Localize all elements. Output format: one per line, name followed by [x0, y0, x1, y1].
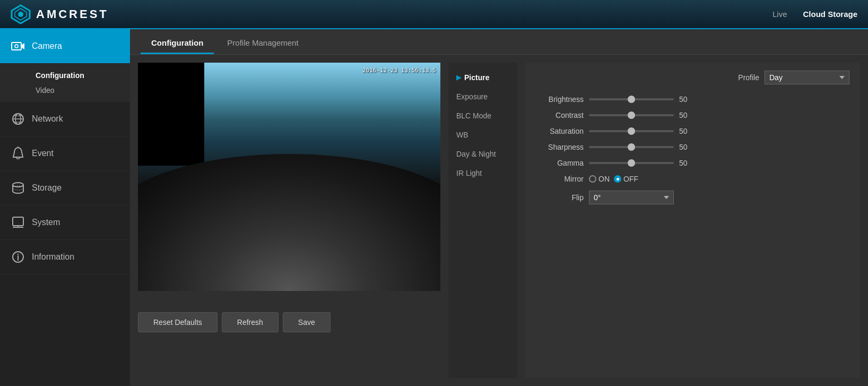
- content-area: Configuration Profile Management 2016-12…: [130, 29, 868, 386]
- submenu-item-exposure[interactable]: Exposure: [448, 87, 517, 106]
- sidebar-item-event[interactable]: Event: [0, 136, 130, 171]
- submenu-label-wb: WB: [456, 131, 468, 139]
- mirror-off-radio-circle: [614, 175, 621, 183]
- submenu-label-ir-light: IR Light: [456, 169, 482, 177]
- mirror-on-radio-circle: [589, 175, 596, 183]
- submenu-label-exposure: Exposure: [456, 92, 488, 101]
- button-row: Reset Defaults Refresh Save: [138, 312, 440, 332]
- svg-rect-11: [16, 157, 20, 159]
- main-layout: Camera Configuration Video Network: [0, 29, 868, 386]
- contrast-row: Contrast 50: [536, 111, 849, 119]
- mirror-off-label: OFF: [623, 175, 638, 183]
- header-nav: Live Cloud Storage: [772, 10, 857, 19]
- reset-defaults-button[interactable]: Reset Defaults: [138, 312, 218, 332]
- nav-cloud-storage[interactable]: Cloud Storage: [803, 10, 857, 19]
- sidebar-label-storage: Storage: [32, 183, 62, 193]
- system-icon: [11, 215, 25, 230]
- sharpness-row: Sharpness 50: [536, 143, 849, 151]
- mirror-off-radio[interactable]: OFF: [614, 175, 638, 183]
- mirror-on-radio[interactable]: ON: [589, 175, 610, 183]
- brightness-label: Brightness: [536, 95, 584, 104]
- sidebar-label-system: System: [32, 218, 60, 227]
- submenu-item-picture[interactable]: ▶ Picture: [448, 68, 517, 87]
- contrast-slider[interactable]: [589, 114, 674, 116]
- camera-icon: [11, 39, 25, 54]
- submenu-item-day-night[interactable]: Day & Night: [448, 144, 517, 164]
- submenu-label-day-night: Day & Night: [456, 150, 496, 158]
- submenu-label-picture: Picture: [464, 73, 489, 82]
- svg-point-20: [18, 254, 19, 255]
- video-section: 2016-12-23 13:56:13.5 Reset Defaults Ref…: [138, 63, 440, 378]
- sidebar-label-information: Information: [32, 252, 74, 262]
- gamma-row: Gamma 50: [536, 159, 849, 167]
- video-bottom-spacer: [138, 296, 440, 307]
- sidebar-sub-camera: Configuration Video: [0, 64, 130, 102]
- submenu-item-blc-mode[interactable]: BLC Mode: [448, 106, 517, 125]
- svg-rect-15: [13, 217, 23, 226]
- svg-point-5: [15, 45, 18, 48]
- sidebar-sub-video[interactable]: Video: [29, 83, 130, 98]
- gamma-label: Gamma: [536, 159, 584, 167]
- storage-icon: [11, 181, 25, 195]
- saturation-slider[interactable]: [589, 130, 674, 132]
- sidebar-item-information[interactable]: Information: [0, 240, 130, 275]
- flip-row: Flip 0° 90° 180° 270°: [536, 191, 849, 204]
- saturation-label: Saturation: [536, 127, 584, 135]
- video-feed: 2016-12-23 13:56:13.5: [138, 63, 440, 291]
- sharpness-label: Sharpness: [536, 143, 584, 151]
- svg-rect-3: [12, 42, 21, 50]
- profile-row: Profile Day Night Normal: [536, 71, 849, 84]
- mirror-radio-group: ON OFF: [589, 175, 638, 183]
- tab-configuration[interactable]: Configuration: [141, 33, 214, 54]
- network-icon: [11, 111, 25, 126]
- brightness-value: 50: [679, 95, 692, 104]
- event-icon: [11, 146, 25, 161]
- svg-point-2: [18, 12, 23, 17]
- right-panel: ▶ Picture Exposure BLC Mode WB Day & Nig…: [448, 63, 860, 378]
- sidebar-item-system[interactable]: System: [0, 205, 130, 240]
- settings-panel: Profile Day Night Normal Brightness 50: [525, 63, 860, 378]
- contrast-value: 50: [679, 111, 692, 119]
- sharpness-value: 50: [679, 143, 692, 151]
- submenu-item-wb[interactable]: WB: [448, 125, 517, 144]
- logo: AMCREST: [11, 4, 109, 24]
- sharpness-slider[interactable]: [589, 146, 674, 148]
- amcrest-logo-icon: [11, 4, 31, 24]
- save-button[interactable]: Save: [283, 312, 331, 332]
- main-panel: 2016-12-23 13:56:13.5 Reset Defaults Ref…: [130, 55, 868, 386]
- sidebar-label-camera: Camera: [32, 41, 62, 51]
- video-timestamp: 2016-12-23 13:56:13.5: [362, 67, 436, 74]
- info-icon: [11, 250, 25, 264]
- profile-label: Profile: [738, 73, 759, 82]
- sidebar-item-network[interactable]: Network: [0, 102, 130, 136]
- contrast-label: Contrast: [536, 111, 584, 119]
- video-arc: [138, 154, 440, 291]
- sidebar-sub-configuration[interactable]: Configuration: [29, 68, 130, 83]
- submenu-item-ir-light[interactable]: IR Light: [448, 164, 517, 183]
- saturation-row: Saturation 50: [536, 127, 849, 135]
- submenu-panel: ▶ Picture Exposure BLC Mode WB Day & Nig…: [448, 63, 517, 378]
- sidebar-label-event: Event: [32, 149, 54, 158]
- brightness-slider[interactable]: [589, 98, 674, 100]
- flip-label: Flip: [536, 193, 584, 202]
- header: AMCREST Live Cloud Storage: [0, 0, 868, 29]
- brightness-row: Brightness 50: [536, 95, 849, 104]
- video-frame-bar: [138, 63, 204, 166]
- gamma-value: 50: [679, 159, 692, 167]
- saturation-value: 50: [679, 127, 692, 135]
- flip-select[interactable]: 0° 90° 180° 270°: [589, 191, 674, 204]
- gamma-slider[interactable]: [589, 162, 674, 164]
- mirror-on-label: ON: [598, 175, 610, 183]
- tabs-bar: Configuration Profile Management: [130, 29, 868, 55]
- profile-select[interactable]: Day Night Normal: [765, 71, 849, 84]
- video-container: 2016-12-23 13:56:13.5: [138, 63, 440, 291]
- submenu-label-blc-mode: BLC Mode: [456, 111, 491, 120]
- refresh-button[interactable]: Refresh: [222, 312, 279, 332]
- sidebar-label-network: Network: [32, 114, 63, 124]
- nav-live[interactable]: Live: [772, 10, 787, 19]
- mirror-label: Mirror: [536, 175, 584, 183]
- tab-profile-management[interactable]: Profile Management: [216, 33, 309, 54]
- picture-arrow-icon: ▶: [456, 74, 461, 81]
- sidebar-item-camera[interactable]: Camera: [0, 29, 130, 64]
- sidebar-item-storage[interactable]: Storage: [0, 171, 130, 205]
